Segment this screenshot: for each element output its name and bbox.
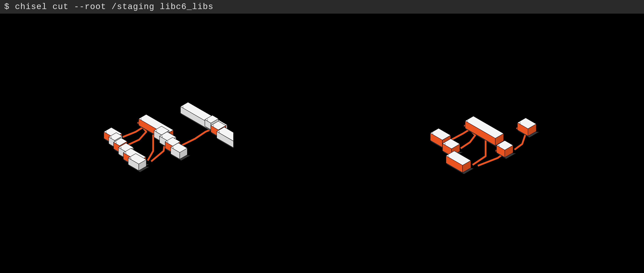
terminal-command: chisel cut --root /staging libc6_libs bbox=[15, 2, 214, 11]
chiseled-dependency-diagram: 135143 bbox=[428, 106, 546, 179]
full-dependency-diagram: 123456123451234 bbox=[98, 97, 233, 188]
terminal-prompt: $ bbox=[4, 2, 10, 11]
diagram-area: 123456123451234 135143 bbox=[0, 13, 644, 271]
terminal-command-bar: $ chisel cut --root /staging libc6_libs bbox=[0, 0, 644, 13]
